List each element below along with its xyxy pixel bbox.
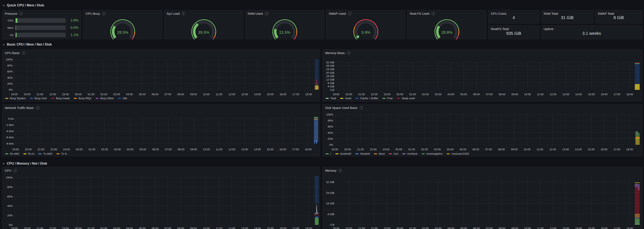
panel-title[interactable]: Disk Space Used Basic (325, 106, 358, 110)
section-header-quick[interactable]: Quick CPU / Mem / Disk (2, 3, 44, 8)
x-axis-tick-label: 01:00 (84, 93, 98, 96)
legend-item[interactable]: /boot (374, 152, 385, 155)
x-axis-tick-label: 06:00 (148, 227, 162, 229)
x-axis-tick-label: 01:00 (84, 227, 98, 229)
info-icon[interactable]: i (348, 12, 352, 15)
panel-title[interactable]: Pressure (5, 12, 17, 15)
legend-item[interactable]: Rx eth0 (5, 152, 19, 155)
x-axis-tick-label: 00:00 (392, 148, 406, 151)
disk-space-used-basic-plot[interactable] (335, 114, 640, 145)
legend-item[interactable]: /run/lock (402, 152, 417, 155)
info-icon[interactable]: i (338, 169, 342, 172)
legend-item[interactable]: /boot/efi (356, 152, 370, 155)
legend-item[interactable]: /run (389, 152, 398, 155)
x-axis-tick-label: 07:00 (161, 227, 174, 229)
stat-value: 8 GiB (598, 15, 640, 20)
legend-swatch (335, 153, 338, 154)
panel-title[interactable]: RAM Used (248, 12, 263, 15)
legend-item[interactable]: Swap used (397, 97, 415, 100)
x-axis-tick-label: 18:00 (623, 227, 636, 229)
pressure-row-mem: Mem 0.0% (5, 25, 78, 30)
legend-item[interactable]: Busy Iowait (51, 97, 70, 100)
pressure-bar-fill (16, 18, 18, 23)
x-axis-tick-label: 06:00 (469, 148, 482, 151)
info-icon[interactable]: i (360, 106, 363, 110)
network-traffic-basic-plot[interactable] (16, 116, 318, 145)
pressure-row-label: CPU (5, 19, 16, 22)
panel-title[interactable]: Memory Basic (325, 51, 345, 55)
section-header-detail[interactable]: CPU / Memory / Net / Disk (2, 161, 47, 166)
stat-title[interactable]: SWAP Total (598, 12, 640, 15)
legend-item[interactable]: Used (340, 97, 351, 100)
stat-title[interactable]: Uptime (544, 27, 640, 31)
legend-item[interactable]: Busy IRQs (74, 97, 92, 100)
legend-item[interactable]: /run/snapd/ns (422, 152, 443, 155)
gauge-svg: 5.9% (347, 15, 384, 39)
legend-label: Idle (123, 97, 127, 100)
info-icon[interactable]: i (36, 106, 40, 110)
legend-item[interactable]: Idle (118, 97, 127, 100)
panel-title[interactable]: CPU Busy (86, 12, 100, 15)
panel-title[interactable]: Network Traffic Basic (5, 106, 34, 110)
legend-swatch (51, 98, 54, 99)
stat-title[interactable]: RootFS Total (491, 27, 537, 31)
legend-item[interactable]: Total (326, 97, 336, 100)
panel-cpu-cores: CPU Cores 4 (488, 10, 539, 24)
legend-item[interactable]: Free (382, 97, 393, 100)
x-axis-tick-label: 08:00 (174, 227, 188, 229)
legend-item[interactable]: Busy Other (96, 97, 114, 100)
legend-item[interactable]: Tx lo (56, 152, 67, 155)
y-axis-tick-label: 16 GiB (323, 202, 334, 205)
legend-item[interactable]: / (326, 152, 331, 155)
x-axis-tick-label: 18:00 (302, 148, 315, 151)
panel-title[interactable]: CPU (5, 169, 12, 172)
x-axis-tick-label: 17:00 (610, 148, 624, 151)
section-header-basic[interactable]: Basic CPU / Mem / Net / Disk (2, 42, 52, 47)
legend-item[interactable]: Busy System (5, 97, 26, 100)
y-axis-tick-label: -8 kb/s (2, 142, 14, 145)
rootfs-used-gauge: 28.8% (428, 15, 466, 40)
panel-title[interactable]: SWAP Used (329, 12, 346, 15)
legend-item[interactable]: Cache + Buffer (356, 97, 378, 100)
x-axis-tick-label: 03:00 (432, 227, 445, 229)
info-icon[interactable]: i (14, 169, 17, 172)
info-icon[interactable]: i (182, 12, 185, 15)
x-axis-tick-label: 14:00 (572, 148, 585, 151)
x-axis-tick-label: 03:00 (110, 227, 123, 229)
legend-item[interactable]: /run/user/1000 (447, 152, 469, 155)
panel-title[interactable]: Memory (325, 169, 336, 172)
cpu-detail-plot[interactable] (14, 176, 318, 225)
cpu-basic-plot[interactable] (14, 59, 318, 90)
y-axis-tick-label: 4 GiB (323, 85, 334, 88)
legend-item[interactable]: /mnt/md0 (335, 152, 351, 155)
x-axis-tick-label: 14:00 (251, 93, 264, 96)
pressure-row-label: I/O (5, 33, 16, 37)
stat-title[interactable]: RAM Total (544, 12, 591, 15)
panel-title[interactable]: Root FS Used (410, 12, 429, 15)
panel-title[interactable]: CPU Basic (5, 51, 20, 55)
x-axis-tick-label: 18:00 (302, 93, 315, 96)
memory-basic-plot[interactable] (336, 61, 640, 90)
legend-item[interactable]: Busy User (30, 97, 47, 100)
legend-item[interactable]: Rx lo (24, 152, 34, 155)
info-icon[interactable]: i (19, 12, 23, 15)
legend-item[interactable]: Tx eth0 (38, 152, 52, 155)
x-axis-tick-label: 03:00 (110, 93, 123, 96)
panel-title[interactable]: Sys Load (167, 12, 180, 15)
panel-ram-total: RAM Total 31 GiB (541, 10, 594, 24)
info-icon[interactable]: i (431, 12, 435, 15)
x-axis-tick-label: 13:00 (559, 93, 572, 96)
legend-label: /run/snapd/ns (426, 152, 443, 155)
stat-title[interactable]: CPU Cores (491, 12, 537, 15)
memory-detail-plot[interactable] (336, 178, 640, 225)
info-icon[interactable]: i (265, 12, 268, 15)
y-axis-tick-label: 32 GiB (323, 181, 334, 184)
x-axis-tick-label: 04:00 (444, 93, 458, 96)
legend-label: Free (387, 97, 393, 100)
info-icon[interactable]: i (102, 12, 106, 15)
info-icon[interactable]: i (22, 51, 26, 55)
info-icon[interactable]: i (347, 51, 350, 55)
x-axis-tick-label: 02:00 (97, 93, 110, 96)
pressure-row-io: I/O 1.1% (5, 33, 78, 37)
x-axis-tick-label: 17:00 (289, 93, 302, 96)
